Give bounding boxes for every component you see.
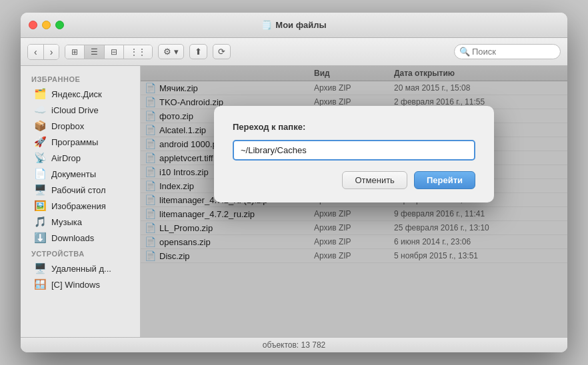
sidebar-item-images[interactable]: 🖼️ Изображения xyxy=(23,198,137,214)
desktop-icon: 🖥️ xyxy=(34,184,47,196)
downloads-icon: ⬇️ xyxy=(34,232,47,244)
view-column-button[interactable]: ⊟ xyxy=(104,45,123,59)
sidebar: Избранное 🗂️ Яндекс.Диск ☁️ iCloud Drive… xyxy=(21,66,141,337)
sidebar-label-music: Музыка xyxy=(51,217,82,227)
dialog-overlay: Переход к папке: Отменить Перейти xyxy=(141,66,567,337)
sidebar-item-yandex-disk[interactable]: 🗂️ Яндекс.Диск xyxy=(23,86,137,102)
sidebar-item-remote[interactable]: 🖥️ Удаленный д... xyxy=(23,260,137,276)
share-button[interactable]: ⬆ xyxy=(189,44,207,59)
search-wrap: 🔍 xyxy=(454,44,561,59)
favorites-label: Избранное xyxy=(21,71,140,86)
sidebar-label-downloads: Downloads xyxy=(51,233,94,243)
minimize-button[interactable] xyxy=(42,21,51,29)
windows-icon: 🪟 xyxy=(34,278,47,290)
sidebar-item-airdrop[interactable]: 📡 AirDrop xyxy=(23,150,137,166)
icloud-icon: ☁️ xyxy=(34,104,47,116)
sidebar-label-remote: Удаленный д... xyxy=(51,264,111,274)
sidebar-label-icloud: iCloud Drive xyxy=(51,105,99,115)
status-text: объектов: 13 782 xyxy=(263,340,326,350)
sidebar-item-programs[interactable]: 🚀 Программы xyxy=(23,134,137,150)
dialog-title: Переход к папке: xyxy=(233,122,475,132)
devices-label: Устройства xyxy=(21,246,140,260)
sidebar-label-yandex: Яндекс.Диск xyxy=(51,89,102,99)
dialog-buttons: Отменить Перейти xyxy=(233,171,475,189)
dialog-input[interactable] xyxy=(233,140,475,161)
toolbar: ‹ › ⊞ ☰ ⊟ ⋮⋮ ⚙ ▾ ⬆ ⟳ 🔍 xyxy=(21,38,567,66)
go-button[interactable]: Перейти xyxy=(414,171,475,189)
sidebar-item-desktop[interactable]: 🖥️ Рабочий стол xyxy=(23,182,137,198)
file-area: Вид Дата открытию 📄 Мячик.zip Архив ZIP … xyxy=(141,66,567,337)
sidebar-label-airdrop: AirDrop xyxy=(51,153,81,163)
goto-dialog: Переход к папке: Отменить Перейти xyxy=(214,106,494,202)
finder-window: 🗒️ Мои файлы ‹ › ⊞ ☰ ⊟ ⋮⋮ ⚙ ▾ ⬆ ⟳ 🔍 Избр… xyxy=(21,13,567,352)
titlebar: 🗒️ Мои файлы xyxy=(21,13,567,38)
action-button[interactable]: ⟳ xyxy=(213,44,231,59)
dropbox-icon: 📦 xyxy=(34,120,47,132)
programs-icon: 🚀 xyxy=(34,136,47,148)
window-title: 🗒️ Мои файлы xyxy=(261,20,326,30)
main-content: Избранное 🗂️ Яндекс.Диск ☁️ iCloud Drive… xyxy=(21,66,567,337)
music-icon: 🎵 xyxy=(34,216,47,228)
sidebar-item-windows[interactable]: 🪟 [C] Windows xyxy=(23,276,137,292)
view-cover-button[interactable]: ⋮⋮ xyxy=(123,45,152,59)
title-icon: 🗒️ xyxy=(261,20,272,30)
view-buttons: ⊞ ☰ ⊟ ⋮⋮ xyxy=(65,45,153,59)
sidebar-item-downloads[interactable]: ⬇️ Downloads xyxy=(23,230,137,246)
status-bar: объектов: 13 782 xyxy=(21,337,567,352)
yandex-icon: 🗂️ xyxy=(34,88,47,100)
nav-buttons: ‹ › xyxy=(27,44,59,60)
sidebar-label-documents: Документы xyxy=(51,169,96,179)
sidebar-label-programs: Программы xyxy=(51,137,98,147)
settings-button[interactable]: ⚙ ▾ xyxy=(158,44,184,59)
view-icon-button[interactable]: ⊞ xyxy=(65,45,84,59)
view-list-button[interactable]: ☰ xyxy=(84,45,104,59)
sidebar-item-music[interactable]: 🎵 Музыка xyxy=(23,214,137,230)
sidebar-item-dropbox[interactable]: 📦 Dropbox xyxy=(23,118,137,134)
traffic-lights xyxy=(29,21,64,29)
airdrop-icon: 📡 xyxy=(34,152,47,164)
remote-icon: 🖥️ xyxy=(34,262,47,274)
search-input[interactable] xyxy=(454,44,561,59)
documents-icon: 📄 xyxy=(34,168,47,180)
close-button[interactable] xyxy=(29,21,37,29)
back-button[interactable]: ‹ xyxy=(28,45,44,59)
forward-button[interactable]: › xyxy=(44,45,59,59)
sidebar-item-icloud[interactable]: ☁️ iCloud Drive xyxy=(23,102,137,118)
cancel-button[interactable]: Отменить xyxy=(342,171,407,189)
sidebar-label-images: Изображения xyxy=(51,201,106,211)
sidebar-label-dropbox: Dropbox xyxy=(51,121,84,131)
search-icon: 🔍 xyxy=(459,47,470,57)
sidebar-label-windows: [C] Windows xyxy=(51,280,100,290)
sidebar-label-desktop: Рабочий стол xyxy=(51,185,106,195)
sidebar-item-documents[interactable]: 📄 Документы xyxy=(23,166,137,182)
maximize-button[interactable] xyxy=(55,21,64,29)
images-icon: 🖼️ xyxy=(34,200,47,212)
